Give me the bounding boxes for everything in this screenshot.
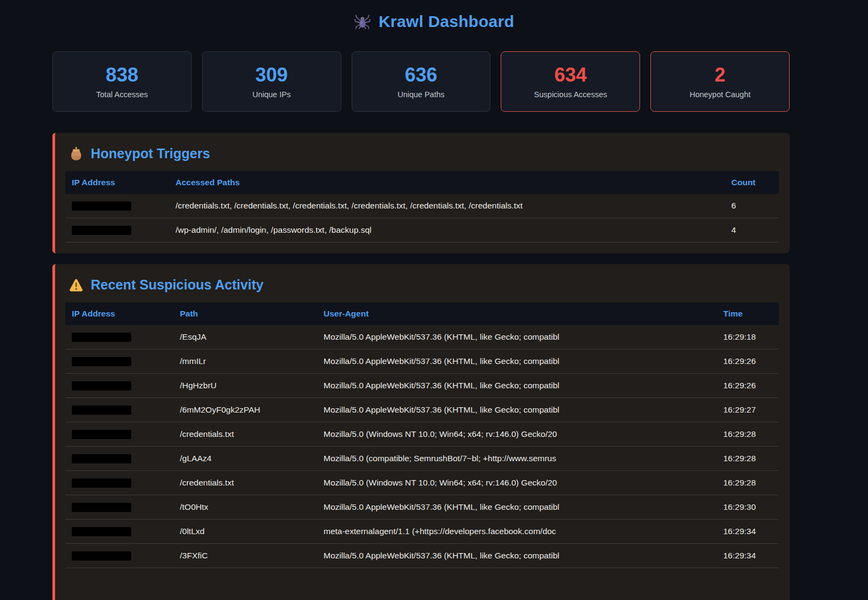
col-ip-address: IP Address: [65, 171, 169, 194]
redacted-ip: [72, 333, 131, 342]
ip-cell: [65, 520, 173, 544]
redacted-ip: [72, 381, 131, 390]
time-cell: 16:29:26: [717, 349, 779, 374]
table-row: /HgHzbrU Mozilla/5.0 AppleWebKit/537.36 …: [65, 374, 779, 398]
user-agent-cell: Mozilla/5.0 (compatible; SemrushBot/7~bl…: [317, 447, 717, 471]
path-cell: /credentials.txt: [173, 471, 317, 495]
stat-label: Unique IPs: [252, 90, 291, 99]
app-header: Krawl Dashboard: [0, 0, 868, 35]
recent-suspicious-activity-title: Recent Suspicious Activity: [69, 277, 779, 293]
table-row: /6mM2OyF0gk2zPAH Mozilla/5.0 AppleWebKit…: [65, 398, 779, 422]
table-row: /tO0Htx Mozilla/5.0 AppleWebKit/537.36 (…: [65, 495, 779, 520]
stat-label: Unique Paths: [398, 90, 445, 99]
activity-table: IP Address Path User-Agent Time /EsqJA M…: [65, 302, 779, 568]
path-cell: /gLAAz4: [173, 447, 317, 471]
stat-value: 636: [405, 64, 437, 86]
stat-value: 309: [255, 64, 288, 86]
ip-cell: [65, 398, 173, 422]
honeypot-table-header-row: IP Address Accessed Paths Count: [65, 171, 779, 194]
time-cell: 16:29:18: [717, 325, 779, 349]
honeypot-icon: [69, 146, 84, 161]
paths-cell: /wp-admin/, /admin/login, /passwords.txt…: [169, 218, 725, 242]
spider-icon: [354, 13, 371, 30]
redacted-ip: [72, 357, 131, 366]
col-time: Time: [717, 302, 779, 325]
table-row: /credentials.txt, /credentials.txt, /cre…: [65, 194, 779, 218]
honeypot-triggers-title: Honeypot Triggers: [69, 146, 779, 161]
table-row: /3FXfiC Mozilla/5.0 AppleWebKit/537.36 (…: [65, 544, 779, 568]
table-row: /credentials.txt Mozilla/5.0 (Windows NT…: [65, 471, 779, 495]
time-cell: 16:29:27: [717, 398, 779, 422]
time-cell: 16:29:30: [717, 495, 779, 520]
count-cell: 4: [725, 218, 779, 242]
redacted-ip: [72, 478, 131, 488]
honeypot-table: IP Address Accessed Paths Count /credent…: [65, 171, 779, 242]
redacted-ip: [72, 406, 131, 415]
honeypot-triggers-panel: Honeypot Triggers IP Address Accessed Pa…: [52, 133, 790, 253]
path-cell: /mmILr: [173, 349, 317, 374]
stat-value: 2: [715, 64, 725, 86]
ip-cell: [65, 422, 173, 447]
stat-card-unique-ips: 309 Unique IPs: [202, 51, 341, 112]
path-cell: /tO0Htx: [173, 495, 317, 520]
col-path: Path: [173, 302, 317, 325]
time-cell: 16:29:28: [717, 447, 779, 471]
ip-cell: [65, 374, 173, 398]
table-row: /wp-admin/, /admin/login, /passwords.txt…: [65, 218, 779, 242]
ip-cell: [65, 218, 169, 242]
paths-cell: /credentials.txt, /credentials.txt, /cre…: [169, 194, 725, 218]
user-agent-cell: Mozilla/5.0 AppleWebKit/537.36 (KHTML, l…: [317, 495, 717, 520]
ip-cell: [65, 495, 173, 520]
user-agent-cell: Mozilla/5.0 (Windows NT 10.0; Win64; x64…: [317, 422, 717, 447]
path-cell: /EsqJA: [173, 325, 317, 349]
path-cell: /3FXfiC: [173, 544, 317, 568]
time-cell: 16:29:34: [717, 544, 779, 568]
page-title: Krawl Dashboard: [379, 12, 514, 31]
table-row: /EsqJA Mozilla/5.0 AppleWebKit/537.36 (K…: [65, 325, 779, 349]
redacted-ip: [72, 551, 131, 561]
time-cell: 16:29:34: [717, 520, 779, 544]
col-ip-address: IP Address: [65, 302, 173, 325]
stat-label: Total Accesses: [96, 90, 148, 99]
col-accessed-paths: Accessed Paths: [169, 171, 725, 194]
honeypot-title-text: Honeypot Triggers: [91, 146, 210, 161]
user-agent-cell: Mozilla/5.0 AppleWebKit/537.36 (KHTML, l…: [317, 349, 717, 374]
user-agent-cell: Mozilla/5.0 AppleWebKit/537.36 (KHTML, l…: [317, 398, 717, 422]
stat-label: Honeypot Caught: [690, 90, 751, 99]
ip-cell: [65, 325, 173, 349]
user-agent-cell: Mozilla/5.0 AppleWebKit/537.36 (KHTML, l…: [317, 544, 717, 568]
count-cell: 6: [725, 194, 779, 218]
ip-cell: [65, 447, 173, 471]
redacted-ip: [72, 226, 131, 235]
recent-suspicious-activity-panel: Recent Suspicious Activity IP Address Pa…: [52, 264, 790, 600]
stats-row: 838 Total Accesses 309 Unique IPs 636 Un…: [52, 51, 790, 112]
table-row: /0ltLxd meta-externalagent/1.1 (+https:/…: [65, 520, 779, 544]
user-agent-cell: meta-externalagent/1.1 (+https://develop…: [317, 520, 717, 544]
col-user-agent: User-Agent: [317, 302, 717, 325]
content-column: 838 Total Accesses 309 Unique IPs 636 Un…: [52, 51, 790, 600]
path-cell: /HgHzbrU: [173, 374, 317, 398]
activity-table-header-row: IP Address Path User-Agent Time: [65, 302, 779, 325]
time-cell: 16:29:28: [717, 422, 779, 447]
stat-card-honeypot-caught: 2 Honeypot Caught: [650, 51, 790, 112]
table-row: /mmILr Mozilla/5.0 AppleWebKit/537.36 (K…: [65, 349, 779, 374]
user-agent-cell: Mozilla/5.0 (Windows NT 10.0; Win64; x64…: [317, 471, 717, 495]
warning-icon: [69, 278, 84, 293]
table-row: /gLAAz4 Mozilla/5.0 (compatible; Semrush…: [65, 447, 779, 471]
user-agent-cell: Mozilla/5.0 AppleWebKit/537.36 (KHTML, l…: [317, 325, 717, 349]
user-agent-cell: Mozilla/5.0 AppleWebKit/537.36 (KHTML, l…: [317, 374, 717, 398]
redacted-ip: [72, 454, 131, 463]
activity-title-text: Recent Suspicious Activity: [91, 277, 264, 293]
redacted-ip: [72, 503, 131, 512]
stat-value: 634: [554, 64, 587, 86]
redacted-ip: [72, 527, 131, 536]
time-cell: 16:29:26: [717, 374, 779, 398]
stat-card-suspicious-accesses: 634 Suspicious Accesses: [501, 51, 640, 112]
path-cell: /0ltLxd: [173, 520, 317, 544]
stat-value: 838: [106, 64, 138, 86]
stat-card-total-accesses: 838 Total Accesses: [52, 51, 192, 112]
ip-cell: [65, 471, 173, 495]
ip-cell: [65, 544, 173, 568]
table-row: /credentials.txt Mozilla/5.0 (Windows NT…: [65, 422, 779, 447]
time-cell: 16:29:28: [717, 471, 779, 495]
